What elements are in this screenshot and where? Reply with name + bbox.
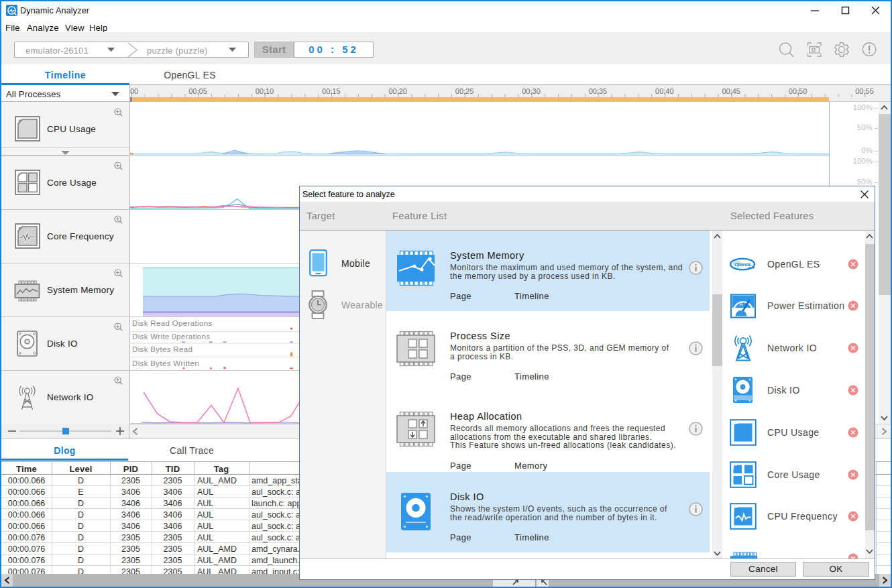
svg-text:OpenGL: OpenGL (734, 261, 752, 268)
svg-text:A: A (739, 301, 743, 308)
